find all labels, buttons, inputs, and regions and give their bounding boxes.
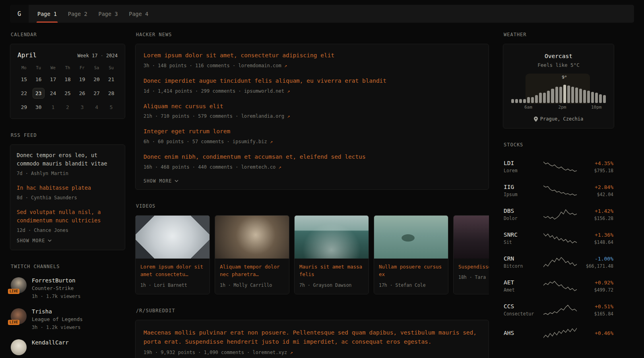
stocks-section-label: STOCKS: [504, 142, 614, 148]
rss-item-meta: 8d · Cynthia Saunders: [17, 194, 118, 201]
stock-sparkline: [543, 327, 577, 339]
video-title[interactable]: Nullam posuere cursus ex: [379, 263, 443, 278]
news-item-domain-link[interactable]: ipsumworld.net ↗: [244, 88, 290, 94]
news-item-stats: 3h · 148 points · 116 comments ·: [144, 63, 238, 68]
subreddit-post-domain-link[interactable]: loremnet.xyz ↗: [253, 350, 293, 355]
channel-name[interactable]: Trisha: [32, 308, 83, 315]
stock-ticker: SNRC: [504, 232, 539, 238]
tab-page-4[interactable]: Page 4: [123, 5, 154, 23]
news-item-title[interactable]: Donec imperdiet augue tincidunt felis al…: [144, 77, 481, 86]
news-item-domain-link[interactable]: loremlandia.org ↗: [241, 113, 290, 119]
video-card-body: Suspendisse diam18h · Tara: [454, 259, 489, 286]
stock-ticker: LDI: [504, 160, 539, 166]
channel-category: League of Legends: [32, 316, 83, 322]
weather-bar: [543, 93, 546, 103]
news-item-domain-link[interactable]: loremdomain.com ↗: [238, 63, 287, 68]
twitch-channel-info: KendallCarr: [32, 339, 69, 346]
stock-row[interactable]: DBSDolor+1.42%$156.28: [504, 202, 613, 226]
tab-page-3[interactable]: Page 3: [93, 5, 124, 23]
avatar: [11, 339, 27, 355]
stock-ticker: CRN: [504, 255, 539, 262]
twitch-channel[interactable]: LIVEForrestBurtonCounter-Strike1h · 1.7k…: [11, 277, 124, 300]
news-item-title[interactable]: Integer eget rutrum lorem: [144, 127, 481, 136]
video-card[interactable]: Mauris sit amet massa felis7h · Grayson …: [294, 215, 369, 294]
video-thumbnail: [295, 216, 369, 259]
rss-show-more-button[interactable]: SHOW MORE: [17, 238, 52, 243]
calendar-day: 26: [76, 88, 88, 98]
video-card[interactable]: Suspendisse diam18h · Tara: [453, 215, 489, 294]
rss-item-title[interactable]: Sed volutpat nulla nisl, a condimentum n…: [17, 208, 118, 225]
weather-bar: [599, 94, 602, 103]
stock-name: Ipsum: [504, 192, 539, 197]
top-bar: G Page 1Page 2Page 3Page 4: [10, 5, 634, 23]
videos-section-label: VIDEOS: [136, 203, 489, 209]
stock-price: $42.04: [581, 192, 613, 197]
calendar-weekday: Mo: [17, 65, 31, 71]
twitch-channel[interactable]: LIVETrishaLeague of Legends3h · 1.2k vie…: [11, 308, 124, 331]
channel-name[interactable]: KendallCarr: [32, 339, 69, 346]
news-item-title[interactable]: Lorem ipsum dolor sit amet, consectetur …: [144, 51, 481, 60]
video-title[interactable]: Aliquam tempor dolor nec pharetra…: [220, 263, 284, 278]
stock-sparkline: [543, 256, 577, 268]
sparkline-chart: [543, 280, 577, 292]
weather-bar: [603, 95, 606, 103]
video-title[interactable]: Lorem ipsum dolor sit amet consectetu…: [140, 263, 205, 278]
calendar-day-today: 23: [33, 88, 45, 99]
calendar-day: 2: [62, 102, 74, 112]
stock-values-block: +4.35%$795.18: [581, 160, 613, 173]
stock-row[interactable]: IIGIpsum+2.84%$42.04: [504, 179, 613, 202]
rss-item: In hac habitasse platea8d · Cynthia Saun…: [17, 184, 118, 201]
stock-row[interactable]: AETAmet+0.92%$499.72: [504, 274, 613, 298]
calendar-grid: MoTuWeThFrSaSu15161718192021222324252627…: [17, 65, 118, 112]
weather-bar: [555, 87, 558, 103]
video-meta: 18h · Tara: [458, 274, 489, 281]
news-item-domain-link[interactable]: ipsumify.biz ↗: [233, 139, 273, 144]
rss-item-title[interactable]: Donec tempor eros leo, ut commodo mauris…: [17, 151, 118, 168]
stock-ticker: IIG: [504, 184, 539, 190]
tab-bar: Page 1Page 2Page 3Page 4: [32, 5, 154, 23]
subreddit-widget: /R/SUBREDDIT Maecenas mollis pulvinar er…: [135, 308, 489, 358]
avatar: LIVE: [11, 277, 27, 293]
sparkline-chart: [543, 208, 577, 220]
stock-change: +1.42%: [581, 208, 613, 214]
channel-name[interactable]: ForrestBurton: [32, 277, 81, 284]
video-card[interactable]: Aliquam tempor dolor nec pharetra…1h · M…: [215, 215, 289, 294]
app-logo[interactable]: G: [10, 5, 29, 23]
video-title[interactable]: Suspendisse diam: [458, 263, 489, 270]
hackernews-show-more-button[interactable]: SHOW MORE: [144, 178, 178, 184]
video-card[interactable]: Nullam posuere cursus ex17h · Stefan Col…: [374, 215, 448, 294]
subreddit-post-title[interactable]: Maecenas mollis pulvinar erat non posuer…: [144, 328, 481, 346]
stock-row[interactable]: SNRCSit+1.36%$148.64: [504, 226, 613, 250]
video-thumbnail: [454, 216, 489, 259]
video-card[interactable]: Lorem ipsum dolor sit amet consectetu…1h…: [135, 215, 210, 294]
tab-page-2[interactable]: Page 2: [62, 5, 93, 23]
weather-bar: [535, 95, 538, 103]
rss-item-title[interactable]: In hac habitasse platea: [17, 184, 118, 192]
stock-name: Bitcorn: [504, 263, 539, 269]
calendar-day: 22: [18, 88, 30, 98]
news-item-title[interactable]: Donec enim nibh, condimentum et accumsan…: [144, 153, 481, 161]
video-title[interactable]: Mauris sit amet massa felis: [299, 263, 364, 278]
dashboard-page: G Page 1Page 2Page 3Page 4 CALENDAR Apri…: [0, 0, 644, 358]
stock-row[interactable]: AHS+0.46%: [504, 322, 613, 344]
news-item-meta: 3h · 148 points · 116 comments · loremdo…: [144, 62, 481, 69]
sparkline-chart: [543, 185, 577, 197]
stock-name: Sit: [504, 239, 539, 245]
video-meta: 1h · Molly Carrillo: [220, 282, 284, 289]
weather-bar: [523, 99, 526, 103]
weather-bar: [575, 88, 578, 103]
news-item-title[interactable]: Aliquam nec cursus elit: [144, 102, 481, 111]
news-item-domain-link[interactable]: loremtech.co ↗: [241, 164, 281, 170]
stock-sparkline: [543, 161, 577, 173]
stock-row[interactable]: CRNBitcorn-1.00%$66,171.48: [504, 250, 613, 274]
weather-bar: [591, 92, 594, 103]
calendar-day: 20: [91, 74, 103, 84]
stock-values-block: +1.42%$156.28: [581, 208, 613, 221]
twitch-channel[interactable]: KendallCarr: [11, 339, 124, 355]
stock-row[interactable]: CCSConsectetur+0.51%$165.84: [504, 298, 613, 322]
tab-page-1[interactable]: Page 1: [32, 5, 62, 23]
video-meta: 17h · Stefan Cole: [379, 282, 443, 289]
stock-symbol-block: AHS: [504, 330, 539, 336]
stock-values-block: +1.36%$148.64: [581, 232, 613, 245]
stock-row[interactable]: LDILorem+4.35%$795.18: [504, 155, 613, 179]
